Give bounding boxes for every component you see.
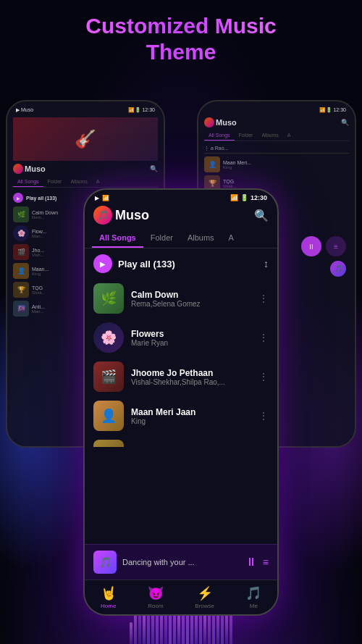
player-title: Dancing with your ... <box>122 558 240 566</box>
song-item-tqg[interactable]: 🏆 TQG Shakira & KAROL G ⋮ <box>85 435 277 447</box>
song-menu-calm-down[interactable]: ⋮ <box>258 293 269 304</box>
home-icon: 🤘 <box>101 585 117 601</box>
nav-me-label: Me <box>250 603 258 609</box>
bottom-player[interactable]: 🎵 Dancing with your ... ⏸ ≡ <box>85 544 277 580</box>
song-info-maan: Maan Meri Jaan King <box>131 407 251 425</box>
room-icon: 😈 <box>148 585 164 601</box>
song-artist-calm-down: Rema,Selena Gomez <box>131 300 251 308</box>
nav-room-label: Room <box>148 603 163 609</box>
song-menu-maan[interactable]: ⋮ <box>258 410 269 422</box>
song-title-jhoome: Jhoome Jo Pethaan <box>131 368 251 378</box>
status-bar: ▶ 📶 📶 🔋 12:30 <box>85 190 277 203</box>
nav-home[interactable]: 🤘 Home <box>101 585 117 609</box>
tab-a[interactable]: A <box>222 229 241 248</box>
song-thumb-flowers: 🌸 <box>93 322 124 353</box>
song-item-calm-down[interactable]: 🌿 Calm Down Rema,Selena Gomez ⋮ <box>85 279 277 318</box>
nav-browse-label: Browse <box>195 603 214 609</box>
song-info-calm-down: Calm Down Rema,Selena Gomez <box>131 290 251 308</box>
song-thumb-jhoome: 🎬 <box>93 361 124 392</box>
tabs-bar: All Songs Folder Albums A <box>85 229 277 248</box>
song-item-flowers[interactable]: 🌸 Flowers Marie Ryan ⋮ <box>85 318 277 357</box>
page-title: Customized Music Theme <box>0 13 362 65</box>
logo-icon: 🎵 <box>93 206 112 225</box>
song-list: 🌿 Calm Down Rema,Selena Gomez ⋮ 🌸 Flower… <box>85 279 277 447</box>
player-controls: ⏸ ≡ <box>245 556 269 569</box>
browse-icon: ⚡ <box>197 585 213 601</box>
tab-all-songs[interactable]: All Songs <box>92 229 143 248</box>
song-artist-jhoome: Vishal-Shekhar,Shilpa Rao,... <box>131 378 251 386</box>
song-info-jhoome: Jhoome Jo Pethaan Vishal-Shekhar,Shilpa … <box>131 368 251 386</box>
song-info-flowers: Flowers Marie Ryan <box>131 329 251 347</box>
search-button[interactable]: 🔍 <box>254 209 269 222</box>
player-thumbnail: 🎵 <box>93 551 117 574</box>
nav-browse[interactable]: ⚡ Browse <box>195 585 214 609</box>
song-thumb-maan: 👤 <box>93 401 124 431</box>
song-thumb-calm-down: 🌿 <box>93 283 124 314</box>
song-menu-flowers[interactable]: ⋮ <box>258 332 269 343</box>
nav-me[interactable]: 🎵 Me <box>245 585 261 609</box>
nav-home-label: Home <box>101 603 116 609</box>
pause-button[interactable]: ⏸ <box>245 556 257 569</box>
song-item-maan[interactable]: 👤 Maan Meri Jaan King ⋮ <box>85 396 277 435</box>
tab-folder[interactable]: Folder <box>143 229 180 248</box>
song-artist-maan: King <box>131 417 251 425</box>
song-menu-jhoome[interactable]: ⋮ <box>258 371 269 382</box>
nav-room[interactable]: 😈 Room <box>148 585 164 609</box>
play-all-label: Play all (133) <box>118 259 175 269</box>
status-icons: 📶 🔋 12:30 <box>230 194 267 201</box>
app-logo: 🎵 Muso <box>93 206 149 225</box>
queue-button[interactable]: ≡ <box>263 556 269 568</box>
song-title-calm-down: Calm Down <box>131 290 251 300</box>
song-title-flowers: Flowers <box>131 329 251 339</box>
sort-icon[interactable]: ↕ <box>264 258 269 269</box>
play-all-bar[interactable]: ▶ Play all (133) ↕ <box>85 248 277 279</box>
tab-albums[interactable]: Albums <box>180 229 222 248</box>
logo-text: Muso <box>115 208 149 223</box>
bottom-nav: 🤘 Home 😈 Room ⚡ Browse 🎵 Me <box>85 580 277 614</box>
time-display: ▶ 📶 <box>95 195 109 201</box>
song-artist-flowers: Marie Ryan <box>131 339 251 347</box>
song-item-jhoome[interactable]: 🎬 Jhoome Jo Pethaan Vishal-Shekhar,Shilp… <box>85 357 277 396</box>
play-all-left: ▶ Play all (133) <box>93 254 175 273</box>
app-header: 🎵 Muso 🔍 <box>85 203 277 229</box>
phone-front: ▶ 📶 📶 🔋 12:30 🎵 Muso 🔍 All Songs Folder … <box>83 188 279 616</box>
song-thumb-tqg: 🏆 <box>93 440 124 447</box>
play-all-button[interactable]: ▶ <box>93 254 112 273</box>
me-icon: 🎵 <box>245 585 261 601</box>
song-title-maan: Maan Meri Jaan <box>131 407 251 417</box>
